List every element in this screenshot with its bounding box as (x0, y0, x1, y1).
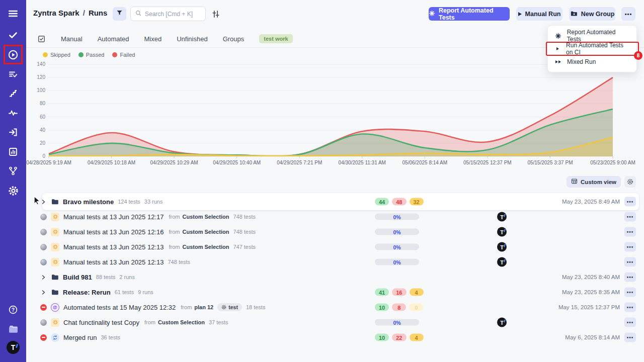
annotation-badge: 8 (634, 51, 642, 60)
row-main: Release: Rerun61 tests9 runs (33, 285, 153, 300)
bar-chart-icon[interactable] (0, 144, 26, 159)
from-value[interactable]: Custom Selection (182, 214, 229, 220)
select-all-icon[interactable] (37, 35, 46, 43)
custom-view-button[interactable]: Custom view (567, 176, 621, 188)
group-title[interactable]: Build 981 (63, 274, 92, 281)
tune-icon[interactable] (211, 10, 220, 19)
row-date: May 23, 2025 8:49 AM (562, 199, 620, 205)
tab-manual[interactable]: Manual (61, 35, 83, 43)
list-check-icon[interactable] (0, 67, 26, 82)
app-logo[interactable]: T (7, 341, 20, 354)
report-automated-tests-button[interactable]: Report Automated Tests (429, 7, 510, 21)
import-icon[interactable] (0, 125, 26, 140)
chevron-right-icon[interactable] (40, 289, 47, 296)
row-menu-button[interactable]: ••• (624, 257, 636, 267)
view-settings-button[interactable] (624, 176, 636, 188)
menu-item-label: Report Automated Tests (567, 29, 630, 43)
avatar-accent (504, 259, 506, 262)
row-menu-button[interactable]: ••• (624, 318, 636, 327)
run-stats: 10 8 0 (375, 304, 423, 311)
legend-item-skipped[interactable]: Skipped (43, 52, 70, 58)
steps-icon[interactable] (0, 86, 26, 101)
group-row[interactable]: Build 98188 tests2 runsMay 23, 2025 8:40… (33, 269, 637, 285)
from-value[interactable]: plan 12 (194, 304, 213, 310)
menu-item-2[interactable]: Mixed Run (548, 55, 636, 68)
pulse-icon[interactable] (0, 106, 26, 121)
branch-icon[interactable] (0, 163, 26, 178)
passed-count-badge: 10 (375, 304, 389, 311)
row-meta: 124 tests (118, 199, 140, 205)
run-tag[interactable]: test (217, 303, 242, 311)
from-value[interactable]: Custom Selection (182, 229, 229, 235)
run-title[interactable]: Manual tests at 13 Jun 2025 12:17 (63, 213, 164, 221)
chevron-right-icon[interactable] (40, 274, 47, 281)
filter-button[interactable] (113, 7, 126, 21)
row-menu-button[interactable]: ••• (624, 303, 636, 312)
run-row[interactable]: Merged run36 tests 10 22 4May 6, 2025 8:… (33, 330, 637, 345)
play-circle-icon[interactable] (0, 47, 26, 62)
tab-automated[interactable]: Automated (98, 35, 129, 43)
report-automated-tests-label: Report Automated Tests (439, 7, 510, 21)
row-date: May 6, 2025 8:14 AM (565, 334, 620, 340)
folder-icon (51, 198, 59, 206)
tab-groups[interactable]: Groups (223, 35, 245, 43)
more-actions-button[interactable]: ••• (621, 7, 635, 21)
new-group-button[interactable]: New Group (569, 7, 615, 21)
avatar-accent (504, 214, 506, 217)
from-value[interactable]: Custom Selection (182, 244, 229, 250)
search-box[interactable] (130, 7, 206, 21)
row-menu-button[interactable]: ••• (624, 227, 636, 237)
manual-run-label: Manual Run (525, 11, 561, 18)
projects-folder-icon[interactable] (0, 321, 26, 336)
check-icon[interactable] (0, 28, 26, 43)
manual-run-button[interactable]: Manual Run (516, 7, 562, 21)
run-title[interactable]: Manual tests at 13 Jun 2025 12:16 (63, 228, 164, 236)
filter-tag-chip[interactable]: test work (259, 34, 292, 43)
row-menu-button[interactable]: ••• (624, 197, 636, 207)
row-menu-button[interactable]: ••• (624, 212, 636, 222)
run-title[interactable]: Manual tests at 13 Jun 2025 12:13 (63, 258, 164, 266)
row-main: Build 98188 tests2 runs (33, 269, 135, 285)
run-row[interactable]: Manual tests at 13 Jun 2025 12:17from Cu… (33, 209, 637, 224)
menu-item-0[interactable]: Report Automated Tests (548, 29, 636, 42)
failed-count-badge: 22 (392, 334, 406, 341)
hamburger-menu-icon[interactable] (0, 6, 26, 21)
run-title[interactable]: Automated tests at 15 May 2025 12:32 (63, 304, 176, 311)
from-value[interactable]: Custom Selection (158, 319, 205, 325)
tab-unfinished[interactable]: Unfinished (177, 35, 207, 43)
row-menu-button[interactable]: ••• (624, 288, 636, 297)
gear-icon[interactable] (0, 183, 26, 198)
legend-item-passed[interactable]: Passed (78, 52, 105, 58)
pending-status-icon (40, 214, 47, 220)
group-title[interactable]: Release: Rerun (63, 289, 111, 296)
run-row[interactable]: Chat functinality test Copyfrom Custom S… (33, 315, 637, 330)
breadcrumb-project[interactable]: Zyntra Spark (33, 9, 79, 17)
menu-item-1[interactable]: Run Automated Tests on CI 8 (548, 42, 636, 55)
help-icon[interactable]: ? (0, 302, 26, 317)
run-row[interactable]: Manual tests at 13 Jun 2025 12:13from Cu… (33, 239, 637, 254)
group-row[interactable]: Release: Rerun61 tests9 runs 41 16 4May … (33, 285, 637, 300)
search-input[interactable] (145, 11, 200, 18)
run-title[interactable]: Merged run (63, 334, 97, 341)
stopped-status-icon (40, 334, 47, 341)
row-meta: 33 runs (144, 199, 163, 205)
failed-count-badge: 48 (392, 198, 406, 206)
row-menu-button[interactable]: ••• (624, 273, 636, 282)
skipped-count-badge: 4 (410, 334, 424, 341)
run-row[interactable]: @Automated tests at 15 May 2025 12:32fro… (33, 300, 637, 315)
legend-item-failed[interactable]: Failed (112, 52, 135, 58)
run-title[interactable]: Chat functinality test Copy (63, 319, 139, 326)
from-label: from (169, 244, 180, 250)
row-menu-button[interactable]: ••• (624, 242, 636, 252)
ellipsis-icon: ••• (625, 11, 632, 17)
group-title[interactable]: Bravo milestone (63, 198, 114, 206)
stopped-status-icon (40, 304, 47, 311)
row-menu-button[interactable]: ••• (624, 333, 636, 342)
run-row[interactable]: Manual tests at 13 Jun 2025 12:13748 tes… (33, 254, 637, 269)
tab-mixed[interactable]: Mixed (144, 35, 162, 43)
group-row[interactable]: Bravo milestone124 tests33 runs 44 48 32… (33, 194, 637, 209)
from-label: from (181, 304, 192, 310)
chevron-right-icon[interactable] (40, 199, 47, 205)
run-title[interactable]: Manual tests at 13 Jun 2025 12:13 (63, 243, 164, 251)
run-row[interactable]: Manual tests at 13 Jun 2025 12:16from Cu… (33, 224, 637, 239)
